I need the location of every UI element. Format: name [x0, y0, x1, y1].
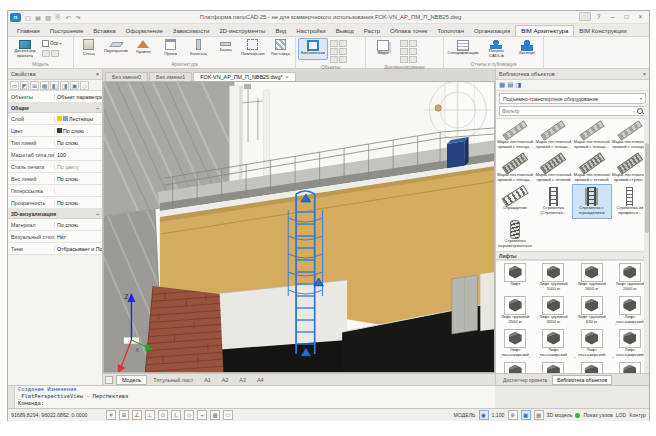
zoom-tool-icon[interactable]: ⊕	[508, 410, 518, 420]
stairs-button[interactable]: Лестница	[268, 38, 293, 60]
contour-indicator[interactable]: Контур	[629, 412, 646, 418]
doc-tool-icon[interactable]	[400, 56, 408, 63]
tab-object-library[interactable]: Библиотека объектов	[552, 375, 612, 385]
minimize-button[interactable]: –	[606, 12, 619, 22]
undo-icon[interactable]: ↶	[64, 14, 72, 21]
doc-tool-icon[interactable]	[409, 40, 417, 47]
opening-button[interactable]: Проем	[158, 38, 183, 60]
dyn-ucs-toggle[interactable]: ◇	[184, 410, 194, 420]
views-button[interactable]: Виды	[368, 38, 398, 60]
section-general[interactable]: Общие−	[8, 103, 102, 113]
library-item[interactable]: Марш лестничный прямой с площа...	[496, 152, 534, 185]
doc-tab-untitled1[interactable]: Без имени1	[149, 72, 192, 81]
ortho-toggle[interactable]: ∠	[132, 410, 142, 420]
doc-tab-untitled0[interactable]: Без имени0	[105, 72, 148, 81]
object-tool-icon[interactable]	[339, 40, 347, 47]
tab-format[interactable]: Оформление	[121, 26, 168, 36]
panel-close-icon[interactable]: ×	[96, 71, 99, 77]
step-toggle[interactable]: #	[106, 410, 116, 420]
command-options[interactable]: Создание Изменение	[8, 386, 495, 393]
props-tool-icon[interactable]: ▣	[70, 81, 79, 90]
library-item[interactable]: Марш лестничный прямой с площа...	[534, 119, 572, 152]
layout-tab-title-sheet[interactable]: Титульный лист	[148, 376, 198, 384]
section-3d-visualization[interactable]: 3D-визуализация−	[8, 209, 102, 219]
model-tool-icon[interactable]	[51, 50, 59, 57]
axes-button[interactable]: Оси ▾	[42, 40, 61, 47]
library-item[interactable]: Лифт	[496, 261, 534, 294]
otrack-toggle[interactable]: L	[171, 410, 181, 420]
library-settings-icon[interactable]: ◨	[515, 81, 521, 89]
model-tool-icon[interactable]	[42, 50, 50, 57]
library-scrollbar[interactable]	[644, 103, 649, 373]
library-item[interactable]: Марш лестничный прямой с площа...	[573, 119, 611, 152]
close-button[interactable]: ×	[634, 12, 647, 22]
lineweight-toggle[interactable]: ▦	[210, 410, 220, 420]
beam-button[interactable]: Балка	[213, 38, 238, 60]
close-tab-icon[interactable]: ×	[286, 74, 289, 80]
props-tool-icon[interactable]: ▦	[40, 81, 49, 90]
polar-toggle[interactable]: ⊥	[145, 410, 155, 420]
library-item[interactable]: Лифт пассажирский (жилое здание) 6...	[534, 327, 572, 360]
library-item-ladder-with-cage[interactable]: Стремянка с ограждением	[573, 185, 611, 218]
roof-button[interactable]: Кровля	[131, 38, 156, 60]
tab-organization[interactable]: Организация	[469, 26, 515, 36]
library-item[interactable]: Стремянка (Стремянка...	[534, 185, 572, 218]
props-tool-icon[interactable]: ◨	[60, 81, 69, 90]
model-space-indicator[interactable]: МОДЕЛЬ	[453, 412, 475, 418]
library-item[interactable]: Марш лестничный прямой с площа...	[496, 119, 534, 152]
props-tool-icon[interactable]: ◧	[50, 81, 59, 90]
room-button[interactable]: Помещение	[240, 38, 265, 60]
props-tool-icon[interactable]: ⊞	[30, 81, 39, 90]
tab-home[interactable]: Главная	[12, 26, 45, 36]
command-prompt[interactable]: Команда:	[8, 400, 495, 407]
help-button[interactable]: ?	[592, 12, 605, 22]
new-file-icon[interactable]: ▢	[24, 14, 32, 21]
object-tool-icon[interactable]	[330, 40, 338, 47]
doc-tab-active[interactable]: FOK-VN_AP_ПМ_П_NBB25.dwg*×	[193, 72, 296, 81]
library-view-icon[interactable]: ▦	[499, 81, 505, 89]
library-sort-icon[interactable]: ▤	[507, 81, 513, 89]
tab-insert[interactable]: Вставка	[88, 26, 120, 36]
tab-raster[interactable]: Растр	[359, 26, 385, 36]
redo-icon[interactable]: ↷	[74, 14, 82, 21]
osnap-toggle[interactable]: ⊙	[158, 410, 168, 420]
save-file-icon[interactable]: ▥	[44, 14, 52, 21]
annotation-scale[interactable]: 1:100	[492, 412, 505, 418]
object-type-select[interactable]: Объект параметрический▾	[55, 94, 102, 100]
library-item[interactable]: Ограждение	[496, 185, 534, 218]
tab-project-manager[interactable]: Диспетчер проекта	[499, 376, 551, 384]
viewport-3d[interactable]: Z X	[103, 81, 495, 373]
tab-bim-architecture[interactable]: BIM Архитектура	[515, 25, 574, 36]
object-tool-icon[interactable]	[339, 56, 347, 63]
object-tool-icon[interactable]	[339, 48, 347, 55]
lifts-section-header[interactable]: Лифты ▴	[496, 251, 649, 260]
library-item[interactable]: Лифт грузовой 1000 кг	[534, 261, 572, 294]
tab-output[interactable]: Вывод	[331, 26, 359, 36]
library-item[interactable]: Стремянка параметрическая	[496, 218, 534, 251]
object-tool-icon[interactable]	[330, 56, 338, 63]
layout-tab-model[interactable]: Модель	[116, 375, 147, 385]
wall-button[interactable]: Стена	[76, 38, 101, 60]
nanocad-logo-icon[interactable]: n	[10, 13, 21, 22]
filter-input[interactable]	[502, 108, 631, 114]
visual-style-indicator[interactable]: 3D модель	[547, 412, 573, 418]
nodes-indicator[interactable]: Показ узлов	[583, 412, 612, 418]
slab-button[interactable]: Перекрытие	[103, 38, 128, 60]
library-item[interactable]: Лифт грузовой 1600 кг	[573, 261, 611, 294]
command-panel-grip[interactable]	[8, 386, 15, 409]
specifications-button[interactable]: Спецификации	[446, 38, 480, 60]
command-line-panel[interactable]: Создание Изменение _FlatPerspectiveView …	[8, 385, 495, 408]
clear-filter-icon[interactable]: ×	[633, 109, 635, 114]
doc-tool-icon[interactable]	[400, 40, 408, 47]
tab-constraints[interactable]: Зависимости	[168, 26, 214, 36]
export-button[interactable]: Экспорт	[513, 38, 541, 60]
tab-point-clouds[interactable]: Облака точек	[385, 26, 432, 36]
orbit-tool-icon[interactable]: ▣	[521, 410, 531, 420]
project-manager-button[interactable]: Диспетчер проекта	[10, 38, 40, 60]
object-tool-icon[interactable]	[330, 48, 338, 55]
tab-view[interactable]: Вид	[270, 26, 291, 36]
column-button[interactable]: Колонна	[186, 38, 211, 60]
libraries-button[interactable]: Библиотеки	[298, 38, 328, 60]
selection-cycling-toggle[interactable]: ▭	[223, 410, 233, 420]
open-file-icon[interactable]: ▤	[34, 14, 42, 21]
